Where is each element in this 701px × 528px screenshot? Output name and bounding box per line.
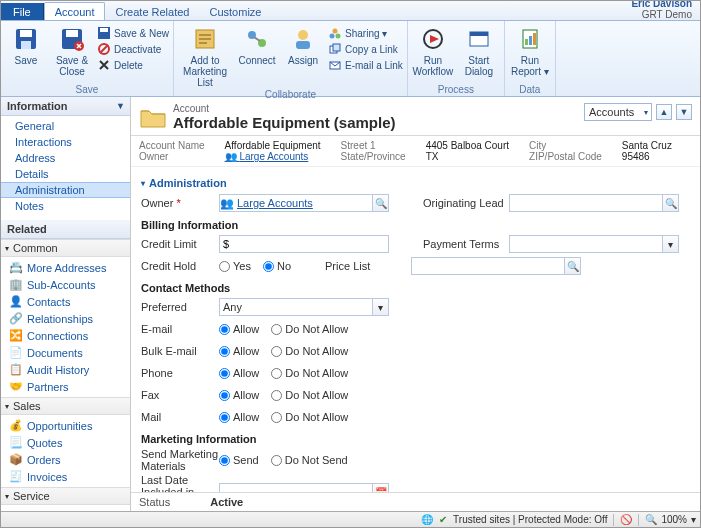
save-new-label: Save & New — [114, 28, 169, 39]
nav-item-quotes[interactable]: 📃Quotes — [1, 434, 130, 451]
assign-button[interactable]: Assign — [282, 23, 324, 66]
phone-radios[interactable]: AllowDo Not Allow — [219, 367, 348, 379]
preferred-select[interactable]: Any▾ — [219, 298, 389, 316]
owner-lookup[interactable]: 👥Large Accounts🔍 — [219, 194, 389, 212]
fax-allow[interactable]: Allow — [219, 389, 259, 401]
form-body[interactable]: Administration Owner * 👥Large Accounts🔍 … — [131, 167, 700, 492]
view-selector[interactable]: Accounts — [584, 103, 652, 121]
zoom-icon[interactable]: 🔍 — [645, 514, 657, 525]
tab-create-related[interactable]: Create Related — [105, 3, 199, 20]
calendar-icon[interactable]: 📅 — [372, 484, 388, 492]
zoom-dropdown[interactable]: ▾ — [691, 514, 696, 525]
save-close-button[interactable]: Save & Close — [51, 23, 93, 77]
nav-item-orders[interactable]: 📦Orders — [1, 451, 130, 468]
report-icon — [516, 25, 544, 53]
tab-file[interactable]: File — [1, 3, 44, 20]
originating-lead-lookup[interactable]: 🔍 — [509, 194, 679, 212]
ribbon-group-data: Run Report ▾ Data — [505, 21, 556, 96]
nav-item-connections[interactable]: 🔀Connections — [1, 327, 130, 344]
tab-account[interactable]: Account — [44, 2, 106, 20]
page-mode-icon[interactable]: 🚫 — [620, 514, 632, 525]
start-dialog-button[interactable]: Start Dialog — [458, 23, 500, 77]
nav-item-cases[interactable]: 🎫Cases — [1, 507, 130, 511]
nav-item-invoices[interactable]: 🧾Invoices — [1, 468, 130, 485]
record-status-bar: Status Active — [131, 492, 700, 511]
save-new-button[interactable]: Save & New — [97, 26, 169, 40]
run-report-button[interactable]: Run Report ▾ — [509, 23, 551, 77]
credit-hold-radios[interactable]: Yes No — [219, 260, 291, 272]
payment-terms-select[interactable]: ▾ — [509, 235, 679, 253]
nav-section-sales[interactable]: Sales — [1, 397, 130, 415]
lookup-icon[interactable]: 🔍 — [372, 195, 388, 211]
fax-not-allow[interactable]: Do Not Allow — [271, 389, 348, 401]
nav-item-opportunities[interactable]: 💰Opportunities — [1, 417, 130, 434]
nav-section-common[interactable]: Common — [1, 239, 130, 257]
nav-item-documents[interactable]: 📄Documents — [1, 344, 130, 361]
nav-item-address[interactable]: Address — [1, 150, 130, 166]
last-campaign-date-label: Last Date Included in Campaign — [141, 474, 219, 492]
mail-not-allow[interactable]: Do Not Allow — [271, 411, 348, 423]
chevron-down-icon[interactable]: ▾ — [372, 299, 388, 315]
copy-link-button[interactable]: Copy a Link — [328, 42, 398, 56]
email-allow[interactable]: Allow — [219, 323, 259, 335]
save-button[interactable]: Save — [5, 23, 47, 66]
credit-hold-yes[interactable]: Yes — [219, 260, 251, 272]
nav-header-information[interactable]: Information▼ — [1, 97, 130, 116]
mail-allow[interactable]: Allow — [219, 411, 259, 423]
nav-item-relationships[interactable]: 🔗Relationships — [1, 310, 130, 327]
email-link-button[interactable]: E-mail a Link — [328, 58, 403, 72]
shield-check-icon: ✔ — [439, 514, 447, 525]
svg-rect-4 — [66, 30, 78, 37]
phone-allow[interactable]: Allow — [219, 367, 259, 379]
lookup-icon[interactable]: 🔍 — [662, 195, 678, 211]
summary-owner-value[interactable]: 👥 Large Accounts — [225, 151, 321, 162]
send-materials-radios[interactable]: SendDo Not Send — [219, 454, 348, 466]
nav-item-administration[interactable]: Administration — [1, 182, 130, 198]
nav-item-partners[interactable]: 🤝Partners — [1, 378, 130, 395]
credit-limit-input[interactable] — [219, 235, 389, 253]
fax-radios[interactable]: AllowDo Not Allow — [219, 389, 348, 401]
zoom-value[interactable]: 100% — [661, 514, 687, 525]
add-to-marketing-list-button[interactable]: Add to Marketing List — [178, 23, 232, 88]
nav-item-contacts[interactable]: 👤Contacts — [1, 293, 130, 310]
nav-item-general[interactable]: General — [1, 118, 130, 134]
bulk-email-radios[interactable]: AllowDo Not Allow — [219, 345, 348, 357]
last-campaign-date-input[interactable]: 📅 — [219, 483, 389, 492]
save-label: Save — [15, 55, 38, 66]
nav-item-sub-accounts[interactable]: 🏢Sub-Accounts — [1, 276, 130, 293]
credit-hold-no[interactable]: No — [263, 260, 291, 272]
status-label: Status — [139, 496, 170, 508]
run-workflow-button[interactable]: Run Workflow — [412, 23, 454, 77]
order-icon: 📦 — [9, 453, 23, 466]
nav-item-details[interactable]: Details — [1, 166, 130, 182]
send-yes[interactable]: Send — [219, 454, 259, 466]
nav-down-button[interactable]: ▼ — [676, 104, 692, 120]
workflow-icon — [419, 25, 447, 53]
email-radios[interactable]: AllowDo Not Allow — [219, 323, 348, 335]
chevron-down-icon[interactable]: ▾ — [662, 236, 678, 252]
nav-item-audit-history[interactable]: 📋Audit History — [1, 361, 130, 378]
connect-button[interactable]: Connect — [236, 23, 278, 66]
section-administration[interactable]: Administration — [141, 177, 690, 189]
send-no[interactable]: Do Not Send — [271, 454, 348, 466]
phone-not-allow[interactable]: Do Not Allow — [271, 367, 348, 379]
lookup-icon[interactable]: 🔍 — [564, 258, 580, 274]
tab-customize[interactable]: Customize — [199, 3, 271, 20]
email-not-allow[interactable]: Do Not Allow — [271, 323, 348, 335]
svg-rect-2 — [21, 41, 31, 49]
delete-button[interactable]: Delete — [97, 58, 143, 72]
bulk-not-allow[interactable]: Do Not Allow — [271, 345, 348, 357]
nav-item-interactions[interactable]: Interactions — [1, 134, 130, 150]
nav-item-more-addresses[interactable]: 📇More Addresses — [1, 259, 130, 276]
nav-item-notes[interactable]: Notes — [1, 198, 130, 214]
nav-up-button[interactable]: ▲ — [656, 104, 672, 120]
phone-label: Phone — [141, 367, 219, 379]
summary-city-value: Santa Cruz — [622, 140, 672, 151]
run-wf-label: Run Workflow — [412, 55, 454, 77]
price-list-lookup[interactable]: 🔍 — [411, 257, 581, 275]
bulk-allow[interactable]: Allow — [219, 345, 259, 357]
nav-section-service[interactable]: Service — [1, 487, 130, 505]
deactivate-button[interactable]: Deactivate — [97, 42, 161, 56]
sharing-button[interactable]: Sharing ▾ — [328, 26, 387, 40]
mail-radios[interactable]: AllowDo Not Allow — [219, 411, 348, 423]
